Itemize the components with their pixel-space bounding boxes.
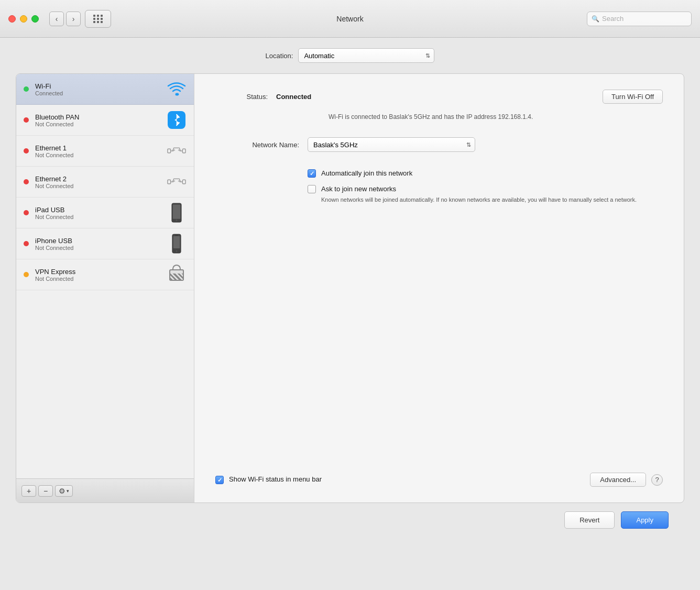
titlebar: ‹ › Network 🔍 Search bbox=[0, 0, 700, 38]
network-settings-button[interactable]: ⚙ ▾ bbox=[55, 485, 73, 497]
wifi-item-status: Connected bbox=[35, 90, 160, 96]
status-row: Status: Connected Turn Wi-Fi Off bbox=[215, 90, 663, 104]
ask-join-text: Ask to join new networks Known networks … bbox=[321, 184, 637, 204]
ethernet2-icon bbox=[167, 172, 187, 192]
auto-join-row: Automatically join this network bbox=[308, 169, 663, 178]
lock-body-icon bbox=[169, 269, 184, 281]
minimize-button[interactable] bbox=[20, 15, 27, 23]
ask-join-checkbox[interactable] bbox=[308, 185, 316, 193]
iphone-device-icon bbox=[172, 234, 181, 254]
bluetooth-symbol-icon bbox=[172, 114, 181, 126]
wifi-item-text: Wi-Fi Connected bbox=[35, 82, 160, 96]
svg-point-0 bbox=[176, 93, 178, 96]
search-icon: 🔍 bbox=[592, 15, 599, 23]
grid-view-button[interactable] bbox=[85, 10, 111, 28]
bluetooth-icon-bg bbox=[168, 111, 185, 129]
ethernet2-item-name: Ethernet 2 bbox=[35, 175, 160, 183]
vpn-status-dot bbox=[24, 272, 29, 277]
bottom-right: Advanced... ? bbox=[590, 473, 663, 487]
show-wifi-row: Show Wi-Fi status in menu bar bbox=[215, 475, 322, 484]
location-label: Location: bbox=[266, 52, 293, 60]
sidebar-item-ethernet2[interactable]: Ethernet 2 Not Connected bbox=[16, 167, 194, 198]
vpn-item-status: Not Connected bbox=[35, 276, 160, 282]
sidebar-item-wifi[interactable]: Wi-Fi Connected bbox=[16, 74, 194, 105]
bluetooth-status-dot bbox=[24, 117, 29, 123]
add-network-button[interactable]: + bbox=[21, 485, 36, 497]
ethernet-cable-icon bbox=[167, 144, 187, 158]
wifi-connection-description: Wi-Fi is connected to Baslak's 5GHz and … bbox=[329, 113, 533, 121]
sidebar-list: Wi-Fi Connected bbox=[16, 74, 194, 478]
bluetooth-icon bbox=[167, 110, 187, 130]
svg-point-28 bbox=[176, 250, 178, 253]
location-row: Location: Automatic Edit Locations... ⇅ bbox=[16, 48, 684, 63]
sidebar-item-ipad-usb[interactable]: iPad USB Not Connected bbox=[16, 198, 194, 228]
ask-join-label: Ask to join new networks bbox=[321, 185, 396, 193]
ipad-item-name: iPad USB bbox=[35, 206, 160, 214]
wifi-status-dot bbox=[24, 86, 29, 92]
ask-join-description: Known networks will be joined automatica… bbox=[321, 195, 637, 204]
forward-button[interactable]: › bbox=[66, 12, 81, 26]
wifi-signal-icon bbox=[167, 80, 186, 99]
revert-button[interactable]: Revert bbox=[564, 511, 615, 529]
bluetooth-item-status: Not Connected bbox=[35, 121, 160, 127]
ipad-item-status: Not Connected bbox=[35, 214, 160, 220]
vpn-icon bbox=[167, 265, 187, 285]
ethernet1-item-status: Not Connected bbox=[35, 152, 160, 158]
ask-join-row: Ask to join new networks Known networks … bbox=[308, 184, 663, 204]
location-select[interactable]: Automatic Edit Locations... bbox=[298, 48, 434, 63]
turn-wifi-off-button[interactable]: Turn Wi-Fi Off bbox=[603, 90, 663, 104]
ethernet1-item-name: Ethernet 1 bbox=[35, 144, 160, 152]
svg-rect-12 bbox=[168, 180, 171, 184]
search-bar[interactable]: 🔍 Search bbox=[587, 12, 692, 26]
location-select-wrapper: Automatic Edit Locations... ⇅ bbox=[298, 48, 434, 63]
maximize-button[interactable] bbox=[31, 15, 39, 23]
iphone-item-name: iPhone USB bbox=[35, 237, 160, 245]
show-wifi-checkbox[interactable] bbox=[215, 476, 224, 484]
window-title: Network bbox=[336, 15, 363, 23]
iphone-item-text: iPhone USB Not Connected bbox=[35, 237, 160, 251]
panel-area: Wi-Fi Connected bbox=[16, 73, 684, 503]
network-name-row: Network Name: Baslak's 5GHz Other... ⇅ bbox=[215, 137, 663, 152]
ethernet2-status-dot bbox=[24, 179, 29, 184]
bluetooth-item-text: Bluetooth PAN Not Connected bbox=[35, 113, 160, 127]
sidebar-item-vpn-express[interactable]: VPN Express Not Connected bbox=[16, 259, 194, 290]
ethernet1-icon bbox=[167, 141, 187, 161]
help-button[interactable]: ? bbox=[651, 474, 663, 486]
auto-join-label: Automatically join this network bbox=[321, 169, 412, 178]
grid-dots-icon bbox=[93, 15, 103, 23]
advanced-button[interactable]: Advanced... bbox=[590, 473, 646, 487]
network-name-select[interactable]: Baslak's 5GHz Other... bbox=[308, 137, 475, 152]
sidebar-item-bluetooth-pan[interactable]: Bluetooth PAN Not Connected bbox=[16, 105, 194, 136]
ipad-item-text: iPad USB Not Connected bbox=[35, 206, 160, 220]
gear-icon: ⚙ bbox=[59, 487, 65, 495]
ethernet1-status-dot bbox=[24, 148, 29, 154]
svg-rect-18 bbox=[182, 180, 185, 184]
sidebar-item-ethernet1[interactable]: Ethernet 1 Not Connected bbox=[16, 136, 194, 167]
svg-point-25 bbox=[176, 220, 178, 222]
iphone-icon bbox=[167, 234, 187, 254]
bluetooth-item-name: Bluetooth PAN bbox=[35, 113, 160, 121]
ethernet-cable2-icon bbox=[167, 174, 187, 189]
network-name-label: Network Name: bbox=[215, 141, 299, 149]
ipad-status-dot bbox=[24, 210, 29, 215]
svg-rect-1 bbox=[168, 149, 171, 153]
gear-dropdown-icon: ▾ bbox=[67, 488, 69, 494]
window-controls bbox=[8, 15, 39, 23]
svg-rect-29 bbox=[175, 235, 178, 235]
apply-button[interactable]: Apply bbox=[621, 511, 669, 529]
status-description: Wi-Fi is connected to Baslak's 5GHz and … bbox=[329, 112, 663, 122]
show-wifi-label: Show Wi-Fi status in menu bar bbox=[229, 475, 322, 484]
close-button[interactable] bbox=[8, 15, 16, 23]
vpn-item-text: VPN Express Not Connected bbox=[35, 268, 160, 282]
svg-rect-24 bbox=[173, 205, 180, 219]
auto-join-checkbox[interactable] bbox=[308, 169, 316, 178]
sidebar-item-iphone-usb[interactable]: iPhone USB Not Connected bbox=[16, 228, 194, 259]
vpn-item-name: VPN Express bbox=[35, 268, 160, 276]
nav-buttons: ‹ › bbox=[49, 12, 81, 26]
vpn-lock-icon bbox=[168, 264, 185, 285]
ethernet2-item-status: Not Connected bbox=[35, 183, 160, 189]
svg-rect-7 bbox=[182, 149, 185, 153]
status-value: Connected bbox=[276, 93, 594, 101]
remove-network-button[interactable]: − bbox=[38, 485, 53, 497]
back-button[interactable]: ‹ bbox=[49, 12, 64, 26]
